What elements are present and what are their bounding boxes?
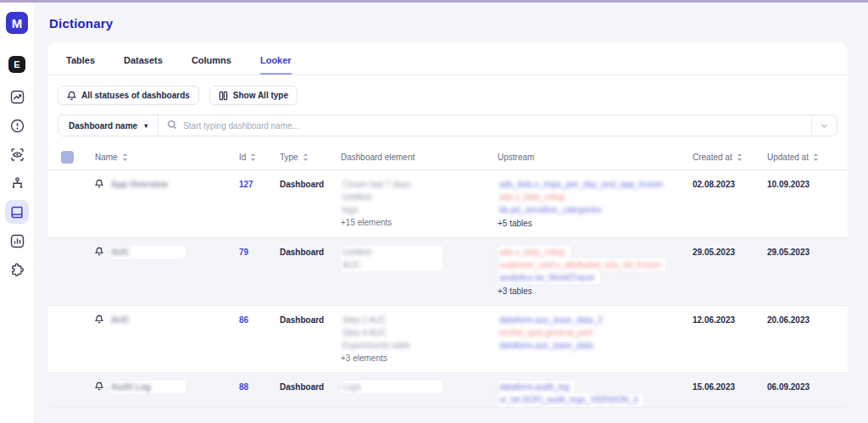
column-header-id[interactable]: Id — [239, 145, 280, 170]
upstream-link-line: kb.ad_sensitive_categories — [498, 203, 686, 216]
bell-icon[interactable] — [95, 314, 103, 327]
row-id-link[interactable]: 79 — [239, 248, 248, 257]
row-created-at: 29.05.2023 — [693, 248, 735, 257]
row-id-cell: 88 — [239, 373, 280, 401]
row-upstream-cell: dataform.audit_logvr_txt.SOFI_audit_logs… — [498, 373, 693, 407]
table-row[interactable]: AUC 79 Dashboard UntitledAUC ads.v_bids_… — [47, 238, 848, 306]
sidebar-item-alerts[interactable] — [5, 114, 29, 137]
elements-more-label: +3 elements — [341, 352, 491, 365]
sort-icon[interactable] — [250, 153, 256, 161]
row-created-cell: 15.06.2023 — [693, 373, 767, 401]
sidebar-item-observe[interactable] — [5, 142, 29, 166]
alert-circle-icon — [10, 119, 25, 133]
type-filter-button[interactable]: Show All type — [209, 86, 298, 105]
column-label: Updated at — [767, 151, 809, 164]
column-label: Name — [95, 151, 118, 164]
search-box — [159, 115, 811, 136]
upstream-link[interactable]: kb.ad_sensitive_categories — [498, 203, 607, 216]
column-header-type[interactable]: Type — [280, 145, 341, 170]
row-type-cell: Dashboard — [280, 170, 341, 198]
upstream-link[interactable]: analytics.ne_WorldTracer — [498, 271, 600, 284]
row-id-link[interactable]: 88 — [239, 382, 248, 392]
row-updated-cell: 10.09.2023 — [767, 170, 839, 198]
table-row[interactable]: App Overview 127 Dashboard Cream last 7 … — [47, 170, 848, 238]
search-input[interactable] — [183, 121, 803, 131]
bell-icon[interactable] — [95, 179, 103, 192]
row-upstream-cell: dataform.auc_base_data_2orchid_apis.gene… — [498, 306, 693, 359]
status-filter-button[interactable]: All statuses of dashboards — [58, 86, 199, 105]
row-name[interactable]: App Overview — [109, 178, 186, 191]
row-name[interactable]: AUC — [109, 246, 186, 259]
sidebar: M E — [0, 3, 34, 423]
content-card: Tables Datasets Columns Looker All statu… — [47, 42, 848, 407]
dashboard-element: Step 2 AUC — [341, 314, 491, 326]
tab-columns[interactable]: Columns — [192, 42, 231, 75]
column-label: Id — [239, 151, 246, 164]
app-logo[interactable]: M — [6, 12, 28, 34]
row-type: Dashboard — [280, 248, 324, 257]
row-checkbox-cell — [61, 373, 95, 387]
row-id-link[interactable]: 86 — [239, 315, 248, 325]
column-header-created-at[interactable]: Created at — [693, 145, 767, 170]
looker-table: Name Id Type Dashboard element Upstream … — [47, 145, 848, 407]
row-id-link[interactable]: 127 — [239, 180, 253, 189]
row-created-at: 02.08.2023 — [693, 180, 735, 189]
upstream-link[interactable]: dataform.auc_base_data — [498, 339, 598, 352]
table-row[interactable]: AUC 86 Dashboard Step 2 AUCStep 4 AUCExp… — [47, 306, 848, 373]
sort-icon[interactable] — [737, 153, 743, 161]
sort-icon[interactable] — [303, 153, 309, 161]
sort-icon[interactable] — [122, 153, 128, 161]
trending-chart-icon — [10, 90, 25, 104]
row-elements-cell: Cream last 7 daysUntitledlogs+15 element… — [341, 170, 498, 237]
book-icon — [10, 205, 25, 220]
column-header-updated-at[interactable]: Updated at — [767, 145, 839, 170]
upstream-more-label: +5 tables — [498, 217, 686, 230]
upstream-link[interactable]: ads.v_bids_rollup — [498, 246, 570, 259]
search-expand-toggle[interactable] — [811, 115, 837, 136]
search-bar: Dashboard name ▾ — [58, 114, 837, 136]
tab-looker[interactable]: Looker — [260, 42, 292, 75]
upstream-link[interactable]: vr_txt.SOFI_audit_logs_VERSION_4 — [498, 406, 643, 407]
sort-icon[interactable] — [813, 153, 819, 161]
row-updated-at: 10.09.2023 — [767, 180, 810, 189]
sidebar-item-integrations[interactable] — [5, 258, 29, 281]
tab-tables[interactable]: Tables — [66, 42, 95, 75]
row-name[interactable]: AUC — [109, 314, 186, 326]
dashboard-element: Untitled — [341, 191, 491, 203]
bell-icon[interactable] — [95, 247, 103, 259]
search-field-selector[interactable]: Dashboard name ▾ — [58, 115, 159, 136]
upstream-link[interactable]: ads_lists.v_imps_per_day_and_app_frozen — [498, 178, 668, 191]
sidebar-item-dictionary[interactable] — [5, 200, 29, 224]
upstream-link[interactable]: vr_txt.SOFI_audit_logs_VERSION_3 — [498, 393, 643, 406]
upstream-link[interactable]: customer_und.v_attributed_o2s_3d_frozen — [498, 259, 665, 271]
row-type: Dashboard — [280, 315, 324, 325]
row-id-cell: 86 — [239, 306, 280, 334]
table-row[interactable]: Audit Log 88 Dashboard Logs dataform.aud… — [47, 373, 848, 407]
row-created-cell: 02.08.2023 — [693, 170, 767, 198]
workspace-badge[interactable]: E — [8, 56, 25, 73]
sidebar-item-lineage[interactable] — [5, 171, 29, 195]
upstream-link[interactable]: dataform.audit_log — [498, 381, 575, 393]
upstream-link-line: dataform.auc_base_data_2 — [498, 314, 686, 326]
tab-datasets[interactable]: Datasets — [124, 42, 163, 75]
column-header-name[interactable]: Name — [95, 145, 239, 170]
bell-icon[interactable] — [95, 381, 103, 394]
row-updated-at: 06.09.2023 — [767, 382, 810, 392]
chevron-down-icon — [820, 121, 829, 131]
upstream-link[interactable]: ads.v_bids_rollup — [498, 191, 570, 203]
row-id-cell: 127 — [239, 170, 280, 198]
row-upstream-cell: ads.v_bids_rollupcustomer_und.v_attribut… — [498, 238, 693, 305]
row-name-cell: App Overview — [95, 170, 239, 199]
upstream-link[interactable]: orchid_apis.general_perf — [498, 326, 598, 339]
row-checkbox-cell — [61, 306, 95, 320]
row-name[interactable]: Audit Log — [109, 381, 186, 393]
select-all-checkbox[interactable] — [61, 151, 74, 164]
status-filter-label: All statuses of dashboards — [81, 91, 190, 100]
sidebar-item-reports[interactable] — [5, 229, 29, 253]
upstream-link[interactable]: dataform.auc_base_data_2 — [498, 314, 608, 326]
row-name-cell: Audit Log — [95, 373, 239, 402]
sidebar-item-metrics[interactable] — [5, 85, 29, 109]
row-created-cell: 12.06.2023 — [693, 306, 767, 334]
dashboard-element: Untitled — [341, 246, 491, 259]
caret-down-icon: ▾ — [144, 122, 147, 130]
